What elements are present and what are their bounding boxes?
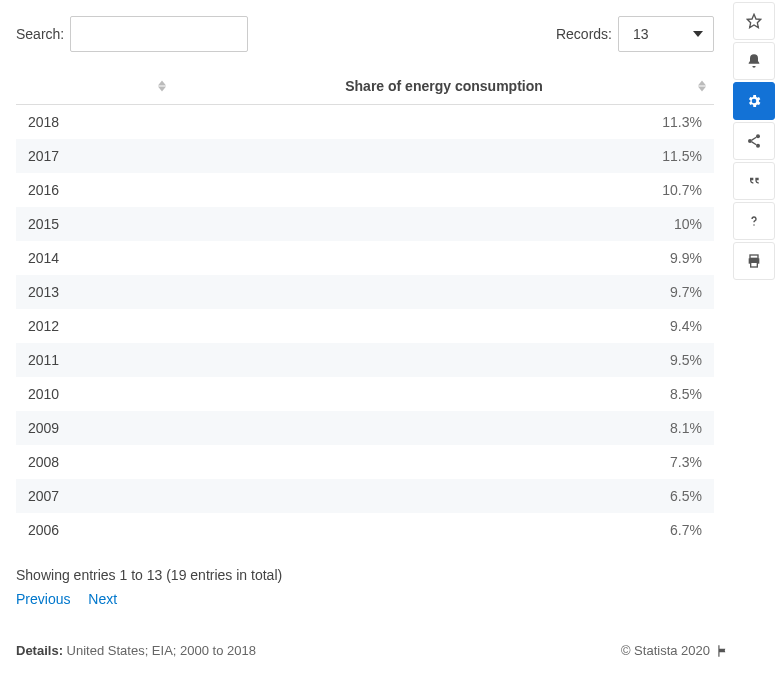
flag-icon	[716, 644, 730, 658]
print-icon	[746, 253, 762, 269]
notification-button[interactable]	[733, 42, 775, 80]
year-cell: 2014	[16, 241, 174, 275]
value-cell: 9.9%	[174, 241, 714, 275]
star-icon	[746, 13, 762, 29]
copyright-text: © Statista 2020	[621, 643, 730, 658]
svg-point-2	[748, 139, 752, 143]
quote-icon	[746, 173, 762, 189]
year-cell: 2007	[16, 479, 174, 513]
year-cell: 2008	[16, 445, 174, 479]
print-button[interactable]	[733, 242, 775, 280]
search-input[interactable]	[70, 16, 248, 52]
favorite-button[interactable]	[733, 2, 775, 40]
table-controls: Search: Records: 13	[16, 16, 714, 52]
question-icon	[746, 213, 762, 229]
table-row: 20087.3%	[16, 445, 714, 479]
svg-marker-0	[747, 14, 760, 27]
svg-point-3	[756, 144, 760, 148]
records-label: Records:	[556, 26, 612, 42]
value-cell: 9.7%	[174, 275, 714, 309]
records-selected-value: 13	[633, 26, 649, 42]
column-header-value[interactable]: Share of energy consumption	[174, 68, 714, 105]
chevron-down-icon	[693, 31, 703, 37]
year-cell: 2016	[16, 173, 174, 207]
svg-rect-5	[750, 255, 758, 258]
table-row: 201510%	[16, 207, 714, 241]
table-row: 20108.5%	[16, 377, 714, 411]
table-row: 20129.4%	[16, 309, 714, 343]
value-cell: 8.5%	[174, 377, 714, 411]
value-cell: 11.3%	[174, 105, 714, 140]
search-label: Search:	[16, 26, 64, 42]
share-button[interactable]	[733, 122, 775, 160]
year-cell: 2009	[16, 411, 174, 445]
year-cell: 2010	[16, 377, 174, 411]
year-cell: 2006	[16, 513, 174, 547]
value-cell: 10.7%	[174, 173, 714, 207]
previous-button[interactable]: Previous	[16, 591, 70, 607]
value-cell: 8.1%	[174, 411, 714, 445]
data-table: Share of energy consumption 201811.3%201…	[16, 68, 714, 547]
bell-icon	[746, 53, 762, 69]
table-row: 20119.5%	[16, 343, 714, 377]
table-row: 201610.7%	[16, 173, 714, 207]
value-cell: 9.5%	[174, 343, 714, 377]
table-row: 201811.3%	[16, 105, 714, 140]
table-row: 20149.9%	[16, 241, 714, 275]
year-cell: 2013	[16, 275, 174, 309]
svg-point-4	[753, 224, 754, 225]
value-cell: 9.4%	[174, 309, 714, 343]
settings-button[interactable]	[733, 82, 775, 120]
side-toolbar	[730, 2, 777, 280]
table-row: 20076.5%	[16, 479, 714, 513]
next-button[interactable]: Next	[88, 591, 117, 607]
table-row: 201711.5%	[16, 139, 714, 173]
column-header-value-label: Share of energy consumption	[345, 78, 543, 94]
year-cell: 2017	[16, 139, 174, 173]
year-cell: 2015	[16, 207, 174, 241]
share-icon	[746, 133, 762, 149]
pagination: Previous Next	[16, 591, 714, 607]
column-header-year[interactable]	[16, 68, 174, 105]
value-cell: 11.5%	[174, 139, 714, 173]
records-select[interactable]: 13	[618, 16, 714, 52]
sort-icon	[698, 81, 706, 92]
table-row: 20098.1%	[16, 411, 714, 445]
year-cell: 2012	[16, 309, 174, 343]
value-cell: 7.3%	[174, 445, 714, 479]
value-cell: 6.7%	[174, 513, 714, 547]
gear-icon	[746, 93, 762, 109]
svg-rect-7	[751, 262, 758, 267]
table-row: 20066.7%	[16, 513, 714, 547]
value-cell: 6.5%	[174, 479, 714, 513]
sort-icon	[158, 81, 166, 92]
details-text: Details: United States; EIA; 2000 to 201…	[16, 643, 256, 658]
year-cell: 2011	[16, 343, 174, 377]
table-row: 20139.7%	[16, 275, 714, 309]
citation-button[interactable]	[733, 162, 775, 200]
year-cell: 2018	[16, 105, 174, 140]
help-button[interactable]	[733, 202, 775, 240]
value-cell: 10%	[174, 207, 714, 241]
entries-info: Showing entries 1 to 13 (19 entries in t…	[16, 567, 714, 583]
svg-point-1	[756, 134, 760, 138]
